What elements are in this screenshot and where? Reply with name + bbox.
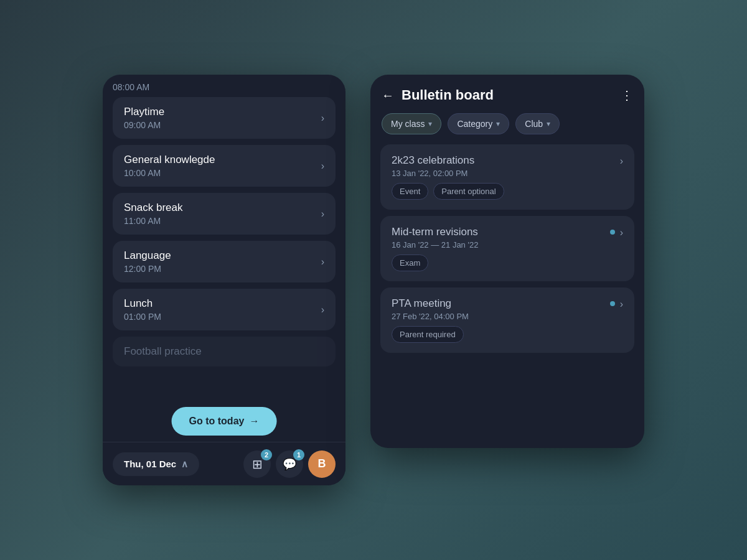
card-date: 16 Jan '22 — 21 Jan '22 xyxy=(392,240,478,250)
chevron-right-icon: › xyxy=(620,227,623,238)
unread-dot xyxy=(610,301,615,306)
schedule-item-text: Playtime 09:00 AM xyxy=(124,106,164,130)
schedule-item-time: 12:00 PM xyxy=(124,264,171,274)
schedule-item-time: 11:00 AM xyxy=(124,216,183,226)
back-button[interactable]: ← xyxy=(382,88,394,103)
chevron-down-icon: ▾ xyxy=(547,119,550,128)
card-date: 27 Feb '22, 04:00 PM xyxy=(392,312,469,321)
schedule-item[interactable]: Language 12:00 PM › xyxy=(113,241,336,282)
schedule-item-title: General knowlegde xyxy=(124,154,215,166)
date-chip[interactable]: Thu, 01 Dec ∧ xyxy=(113,452,199,476)
go-to-today-button[interactable]: Go to today → xyxy=(172,407,277,436)
dot-chevron: › xyxy=(610,297,623,310)
filter-label: My class xyxy=(391,119,425,129)
chevron-right-icon: › xyxy=(321,256,324,268)
schedule-item-title: Language xyxy=(124,250,171,262)
card-title: 2k23 celebrations xyxy=(392,154,474,167)
badge-count-1: 2 xyxy=(261,449,272,460)
schedule-item[interactable]: Snack break 11:00 AM › xyxy=(113,193,336,235)
football-practice-item: Football practice xyxy=(113,337,336,366)
bulletin-content: 2k23 celebrations 13 Jan '22, 02:00 PM ›… xyxy=(370,144,644,448)
filter-chip-club[interactable]: Club ▾ xyxy=(515,113,560,134)
unread-dot xyxy=(610,230,615,235)
card-info: Mid-term revisions 16 Jan '22 — 21 Jan '… xyxy=(392,226,478,250)
left-phone: 08:00 AM Playtime 09:00 AM › General kno… xyxy=(103,75,345,485)
chevron-right-icon: › xyxy=(321,208,324,220)
schedule-item-time: 10:00 AM xyxy=(124,168,215,178)
schedule-item-title: Playtime xyxy=(124,106,164,118)
chat-icon: 💬 xyxy=(283,457,296,471)
schedule-item-text: Language 12:00 PM xyxy=(124,250,171,274)
chevron-down-icon: ▾ xyxy=(428,119,432,128)
football-title: Football practice xyxy=(124,345,324,358)
avatar-button[interactable]: B xyxy=(308,450,336,478)
bulletin-title: Bulletin board xyxy=(402,87,494,103)
filter-chip-my-class[interactable]: My class ▾ xyxy=(382,113,441,134)
grid-icon: ⊞ xyxy=(252,457,263,472)
date-text: Thu, 01 Dec xyxy=(124,459,176,469)
bulletin-card[interactable]: PTA meeting 27 Feb '22, 04:00 PM › Paren… xyxy=(380,287,634,353)
schedule-item[interactable]: Lunch 01:00 PM › xyxy=(113,289,336,330)
bulletin-card[interactable]: 2k23 celebrations 13 Jan '22, 02:00 PM ›… xyxy=(380,144,634,210)
card-title: Mid-term revisions xyxy=(392,226,478,238)
chat-icon-button[interactable]: 💬 1 xyxy=(276,450,303,478)
badge-count-2: 1 xyxy=(293,449,304,460)
right-phone: ← Bulletin board ⋮ My class ▾ Category ▾… xyxy=(370,75,644,448)
filter-label: Category xyxy=(457,119,492,129)
card-tags: Exam xyxy=(392,254,623,271)
tag: Exam xyxy=(392,254,428,271)
bottom-icons: ⊞ 2 💬 1 B xyxy=(243,450,336,478)
chevron-right-icon: › xyxy=(321,113,324,124)
time-header: 08:00 AM xyxy=(103,75,345,97)
header-left: ← Bulletin board xyxy=(382,87,494,103)
bulletin-header: ← Bulletin board ⋮ xyxy=(370,75,644,113)
tag: Event xyxy=(392,183,428,200)
card-tags: EventParent optional xyxy=(392,183,623,200)
card-header: Mid-term revisions 16 Jan '22 — 21 Jan '… xyxy=(392,226,623,250)
schedule-item-title: Snack break xyxy=(124,202,183,214)
schedule-item-title: Lunch xyxy=(124,297,161,310)
card-info: 2k23 celebrations 13 Jan '22, 02:00 PM xyxy=(392,154,474,178)
tag: Parent optional xyxy=(433,183,504,200)
chevron-right-icon: › xyxy=(620,156,623,167)
schedule-item-time: 09:00 AM xyxy=(124,120,164,130)
filter-bar: My class ▾ Category ▾ Club ▾ xyxy=(370,113,644,144)
card-header: 2k23 celebrations 13 Jan '22, 02:00 PM › xyxy=(392,154,623,178)
filter-label: Club xyxy=(525,119,543,129)
dot-chevron: › xyxy=(610,226,623,238)
card-header: PTA meeting 27 Feb '22, 04:00 PM › xyxy=(392,297,623,321)
avatar-letter: B xyxy=(318,457,326,470)
bottom-bar: Thu, 01 Dec ∧ ⊞ 2 💬 1 B xyxy=(103,442,345,485)
schedule-item-text: General knowlegde 10:00 AM xyxy=(124,154,215,178)
schedule-item-time: 01:00 PM xyxy=(124,312,161,322)
schedule-item-text: Snack break 11:00 AM xyxy=(124,202,183,226)
chevron-up-icon: ∧ xyxy=(181,459,188,470)
schedule-item[interactable]: Playtime 09:00 AM › xyxy=(113,97,336,139)
bulletin-card[interactable]: Mid-term revisions 16 Jan '22 — 21 Jan '… xyxy=(380,216,634,281)
grid-icon-button[interactable]: ⊞ 2 xyxy=(243,450,271,478)
card-date: 13 Jan '22, 02:00 PM xyxy=(392,169,474,178)
tag: Parent required xyxy=(392,326,464,343)
schedule-item[interactable]: General knowlegde 10:00 AM › xyxy=(113,145,336,187)
chevron-right-icon: › xyxy=(321,304,324,315)
card-info: PTA meeting 27 Feb '22, 04:00 PM xyxy=(392,297,469,321)
schedule-item-text: Lunch 01:00 PM xyxy=(124,297,161,322)
more-options-button[interactable]: ⋮ xyxy=(621,88,633,103)
card-title: PTA meeting xyxy=(392,297,469,310)
chevron-right-icon: › xyxy=(620,299,623,310)
filter-chip-category[interactable]: Category ▾ xyxy=(448,113,509,134)
card-tags: Parent required xyxy=(392,326,623,343)
chevron-down-icon: ▾ xyxy=(496,119,500,128)
chevron-right-icon: › xyxy=(321,161,324,172)
